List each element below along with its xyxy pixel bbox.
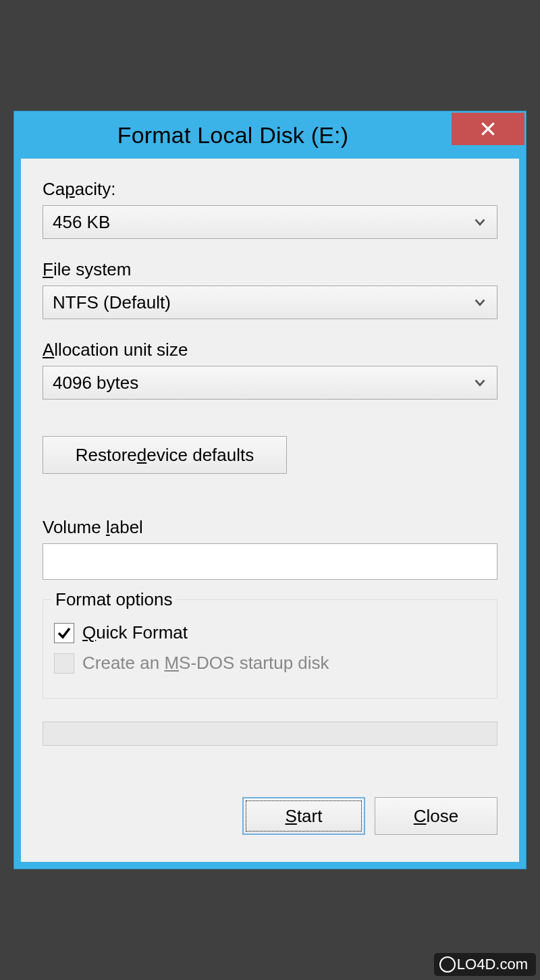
allocation-value: 4096 bytes [53, 373, 473, 393]
capacity-select[interactable]: 456 KB [43, 205, 497, 239]
progress-bar [43, 722, 497, 746]
msdos-disk-row: Create an MS-DOS startup disk [54, 653, 486, 674]
chevron-down-icon [473, 295, 487, 310]
filesystem-select[interactable]: NTFS (Default) [43, 285, 497, 319]
chevron-down-icon [473, 215, 487, 229]
quick-format-row: Quick Format [54, 622, 486, 643]
allocation-select[interactable]: 4096 bytes [43, 366, 497, 400]
close-icon [479, 120, 497, 138]
volume-label-input[interactable] [43, 543, 497, 580]
filesystem-label: File system [43, 259, 497, 280]
msdos-disk-checkbox [54, 653, 74, 674]
filesystem-value: NTFS (Default) [53, 292, 473, 313]
start-button[interactable]: Start [242, 797, 365, 835]
capacity-label: Capacity: [43, 179, 497, 200]
dialog-button-row: Start Close [43, 797, 497, 835]
watermark: LO4D.com [434, 953, 536, 976]
format-dialog: Format Local Disk (E:) Capacity: 456 KB … [14, 111, 526, 869]
allocation-label: Allocation unit size [43, 339, 497, 360]
volume-label-label: Volume label [43, 517, 497, 538]
close-button[interactable]: Close [375, 797, 497, 835]
format-options-legend: Format options [51, 589, 176, 610]
msdos-disk-label: Create an MS-DOS startup disk [82, 653, 329, 674]
checkmark-icon [56, 625, 72, 641]
capacity-field: Capacity: 456 KB [43, 179, 497, 239]
filesystem-field: File system NTFS (Default) [43, 259, 497, 319]
quick-format-checkbox[interactable] [54, 623, 74, 643]
format-options-group: Format options Quick Format Create an MS… [43, 589, 497, 699]
capacity-value: 456 KB [53, 212, 473, 233]
window-title: Format Local Disk (E:) [14, 122, 452, 148]
chevron-down-icon [473, 375, 487, 390]
titlebar: Format Local Disk (E:) [14, 111, 526, 159]
close-window-button[interactable] [452, 113, 524, 145]
allocation-field: Allocation unit size 4096 bytes [43, 339, 497, 400]
volume-label-field: Volume label [43, 517, 497, 580]
dialog-content: Capacity: 456 KB File system NTFS (Defau… [21, 159, 519, 862]
restore-defaults-button[interactable]: Restore device defaults [43, 436, 287, 474]
quick-format-label: Quick Format [82, 622, 188, 643]
